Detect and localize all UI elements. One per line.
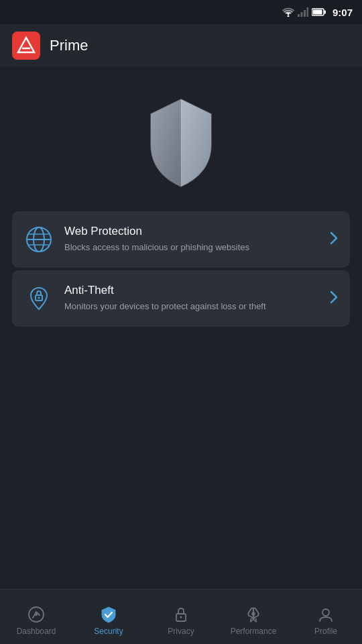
anti-theft-icon-container (24, 284, 54, 313)
svg-rect-2 (300, 12, 302, 17)
anti-theft-card[interactable]: Anti-Theft Monitors your devices to prot… (12, 270, 350, 327)
status-icons: 9:07 (282, 7, 353, 18)
web-protection-text: Web Protection Blocks access to maliciou… (64, 225, 319, 254)
nav-profile-label: Profile (314, 627, 337, 636)
battery-icon (312, 8, 326, 16)
web-protection-card[interactable]: Web Protection Blocks access to maliciou… (12, 211, 350, 268)
svg-point-19 (35, 613, 38, 616)
web-protection-icon-container (24, 225, 54, 254)
web-protection-chevron (330, 231, 338, 248)
svg-rect-4 (306, 7, 308, 17)
anti-theft-title: Anti-Theft (64, 284, 319, 297)
profile-icon (316, 605, 335, 624)
status-bar: 9:07 (0, 0, 362, 24)
shield-section (0, 67, 362, 211)
anti-theft-desc: Monitors your devices to protect against… (64, 301, 319, 313)
svg-rect-6 (324, 11, 326, 14)
anti-theft-text: Anti-Theft Monitors your devices to prot… (64, 284, 319, 313)
location-lock-icon (24, 284, 54, 313)
nav-item-privacy[interactable]: Privacy (145, 598, 217, 636)
web-protection-desc: Blocks access to malicious or phishing w… (64, 241, 319, 254)
svg-marker-8 (18, 38, 34, 52)
nav-performance-label: Performance (231, 627, 277, 636)
web-protection-title: Web Protection (64, 225, 319, 238)
nav-item-security[interactable]: Security (72, 598, 145, 636)
status-time: 9:07 (333, 7, 353, 18)
app-header: Prime (0, 24, 362, 67)
privacy-icon (172, 605, 190, 624)
wifi-icon (282, 7, 294, 17)
feature-cards: Web Protection Blocks access to maliciou… (12, 211, 350, 327)
signal-icon (298, 7, 308, 17)
svg-rect-7 (312, 10, 322, 15)
nav-item-profile[interactable]: Profile (290, 598, 362, 636)
app-title: Prime (50, 37, 88, 54)
performance-icon (244, 605, 263, 624)
dashboard-icon (27, 605, 46, 624)
svg-rect-1 (298, 14, 300, 17)
nav-item-performance[interactable]: Performance (217, 598, 290, 636)
svg-rect-3 (304, 10, 306, 17)
svg-point-23 (322, 609, 329, 616)
globe-icon (24, 225, 54, 254)
avast-logo (12, 32, 40, 60)
svg-point-21 (180, 616, 182, 618)
nav-item-dashboard[interactable]: Dashboard (0, 598, 72, 636)
nav-security-label: Security (94, 627, 123, 636)
security-icon (99, 605, 118, 624)
anti-theft-chevron (330, 290, 338, 307)
shield-graphic (141, 94, 221, 191)
nav-privacy-label: Privacy (168, 627, 194, 636)
svg-point-0 (287, 15, 289, 17)
svg-point-17 (38, 297, 40, 299)
nav-dashboard-label: Dashboard (17, 627, 56, 636)
bottom-navigation: Dashboard Security Privacy (0, 589, 362, 644)
